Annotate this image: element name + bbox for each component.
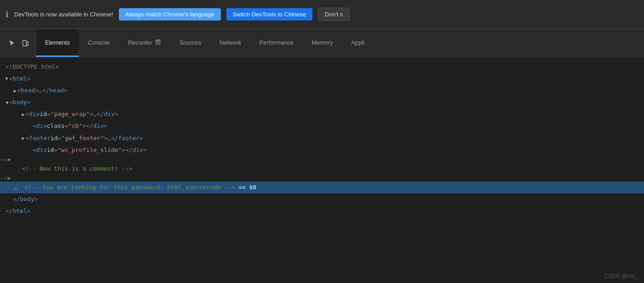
table-row[interactable]: <div class="cb" ></div> (0, 120, 644, 132)
expand-icon[interactable]: ▶ (22, 134, 25, 142)
info-icon: ℹ (5, 10, 9, 19)
tool-icons (2, 29, 36, 57)
tab-bar: Elements Console Recorder 🎬 Sources Netw… (0, 29, 644, 57)
expand-icon[interactable]: ▶ (22, 111, 25, 118)
table-row[interactable]: <!DOCTYPE html> (0, 61, 644, 73)
table-row[interactable]: ▼ <body> (0, 96, 644, 108)
selected-comment-row[interactable]: … <!-- You are looking for this password… (0, 182, 644, 193)
doctype-text: <!DOCTYPE html> (5, 62, 59, 72)
match-language-button[interactable]: Always match Chrome's language (119, 8, 221, 20)
recorder-icon: 🎬 (154, 39, 161, 45)
dom-ref: == $0 (239, 182, 256, 192)
device-icon[interactable] (19, 37, 32, 50)
watermark: CSDN @lmn_ (604, 273, 639, 279)
elements-panel: <!DOCTYPE html> ▶ <html> ▶ <head>…</head… (0, 57, 644, 283)
tab-elements[interactable]: Elements (36, 29, 79, 57)
expand-icon[interactable]: ▶ (3, 77, 11, 80)
ellipsis-indicator: … (14, 182, 23, 192)
table-row[interactable]: </html> (0, 205, 644, 217)
tab-memory[interactable]: Memory (302, 29, 342, 57)
tab-network[interactable]: Network (210, 29, 250, 57)
table-row[interactable]: <!-- Now this is a comment! --> (0, 163, 644, 175)
table-row[interactable]: ▶ <footer id="gwf_footer" >…</footer> (0, 132, 644, 144)
table-row[interactable]: ▶ <html> (0, 73, 644, 85)
tab-performance[interactable]: Performance (250, 29, 302, 57)
notification-bar: ℹ DevTools is now available in Chinese! … (0, 0, 644, 29)
expand-icon[interactable]: ▶ (14, 87, 16, 95)
table-row[interactable]: ▶ <head>…</head> (0, 85, 644, 96)
tab-console[interactable]: Console (79, 29, 119, 57)
dont-show-button[interactable]: Don't s (318, 8, 350, 21)
tab-sources[interactable]: Sources (170, 29, 210, 57)
tab-application[interactable]: Appli (342, 29, 373, 57)
table-row[interactable]: </body> (0, 193, 644, 205)
tabs: Elements Console Recorder 🎬 Sources Netw… (36, 29, 642, 57)
table-row[interactable]: ▶ <div id="page_wrap" >…</div> (0, 108, 644, 120)
svg-rect-1 (26, 42, 28, 45)
svg-rect-0 (23, 40, 26, 46)
expand-icon[interactable]: ▼ (3, 101, 11, 104)
tab-recorder[interactable]: Recorder 🎬 (119, 29, 170, 57)
cursor-icon[interactable] (5, 37, 18, 50)
switch-chinese-button[interactable]: Switch DevTools to Chinese (226, 8, 312, 20)
table-row[interactable]: <div id="wc_profile_slide" ></div> (0, 144, 644, 156)
notification-text: DevTools is now available in Chinese! (14, 11, 113, 18)
